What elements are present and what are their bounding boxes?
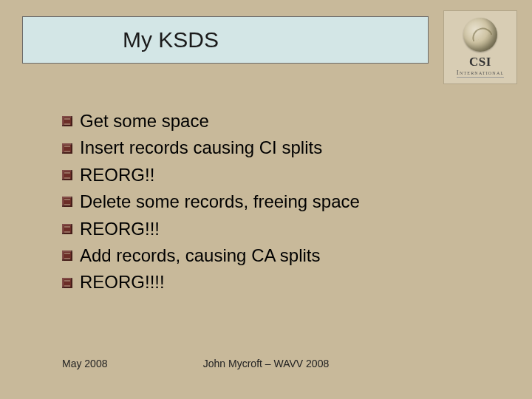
logo-main-text: CSI	[469, 55, 491, 69]
list-item: Insert records causing CI splits	[62, 136, 488, 160]
slide-title: My KSDS	[123, 27, 219, 52]
bullet-text: Get some space	[80, 109, 209, 133]
logo-sub-text: International	[457, 69, 505, 78]
slide: My KSDS CSI International Get some space…	[0, 0, 532, 399]
logo-box: CSI International	[443, 10, 517, 84]
bullet-icon	[62, 170, 72, 180]
bullet-text: REORG!!!	[80, 217, 160, 241]
footer-date: May 2008	[62, 358, 107, 369]
list-item: REORG!!!!	[62, 270, 488, 294]
list-item: Delete some records, freeing space	[62, 190, 488, 214]
bullet-text: REORG!!	[80, 163, 154, 187]
bullet-icon	[62, 250, 72, 261]
bullet-icon	[62, 224, 72, 234]
list-item: Get some space	[62, 109, 488, 133]
list-item: Add records, causing CA splits	[62, 244, 488, 267]
bullet-text: Insert records causing CI splits	[80, 136, 322, 160]
list-item: REORG!!!	[62, 217, 488, 241]
bullet-text: Delete some records, freeing space	[80, 190, 360, 214]
bullet-list: Get some space Insert records causing CI…	[62, 109, 488, 298]
bullet-icon	[62, 278, 72, 288]
bullet-icon	[62, 116, 72, 126]
logo-swirl-icon	[463, 18, 497, 52]
list-item: REORG!!	[62, 163, 488, 187]
bullet-icon	[62, 197, 72, 207]
bullet-text: REORG!!!!	[80, 270, 165, 294]
bullet-text: Add records, causing CA splits	[80, 244, 321, 267]
title-bar: My KSDS	[22, 16, 429, 64]
bullet-icon	[62, 143, 72, 154]
